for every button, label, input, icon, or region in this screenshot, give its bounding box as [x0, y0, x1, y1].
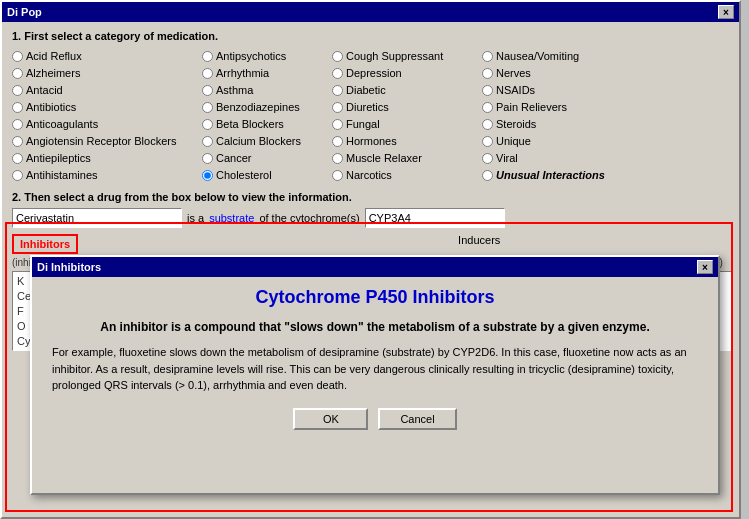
modal-overlay: Di Inhibitors × Cytochrome P450 Inhibito…	[0, 0, 741, 519]
modal-heading: Cytochrome P450 Inhibitors	[52, 287, 698, 308]
ok-button[interactable]: OK	[293, 408, 368, 430]
modal-body: Cytochrome P450 Inhibitors An inhibitor …	[32, 277, 718, 440]
modal-title: Di Inhibitors	[37, 261, 101, 273]
cancel-button[interactable]: Cancel	[378, 408, 456, 430]
modal-example: For example, fluoxetine slows down the m…	[52, 344, 698, 394]
modal-buttons: OK Cancel	[52, 408, 698, 430]
modal-window: Di Inhibitors × Cytochrome P450 Inhibito…	[30, 255, 720, 495]
modal-definition: An inhibitor is a compound that "slows d…	[52, 320, 698, 334]
modal-close-button[interactable]: ×	[697, 260, 713, 274]
modal-title-bar: Di Inhibitors ×	[32, 257, 718, 277]
